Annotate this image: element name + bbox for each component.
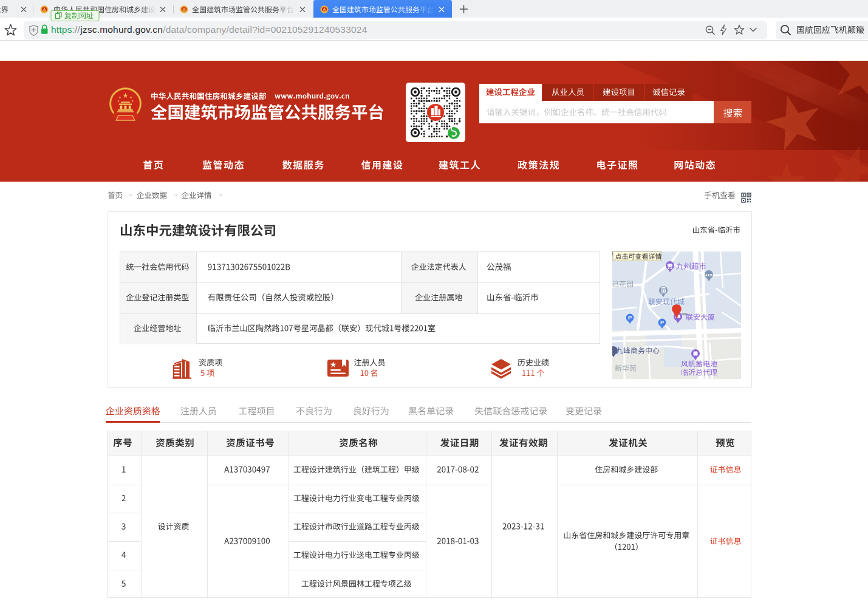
svg-text:P: P bbox=[660, 320, 664, 326]
svg-text:P: P bbox=[628, 315, 632, 321]
